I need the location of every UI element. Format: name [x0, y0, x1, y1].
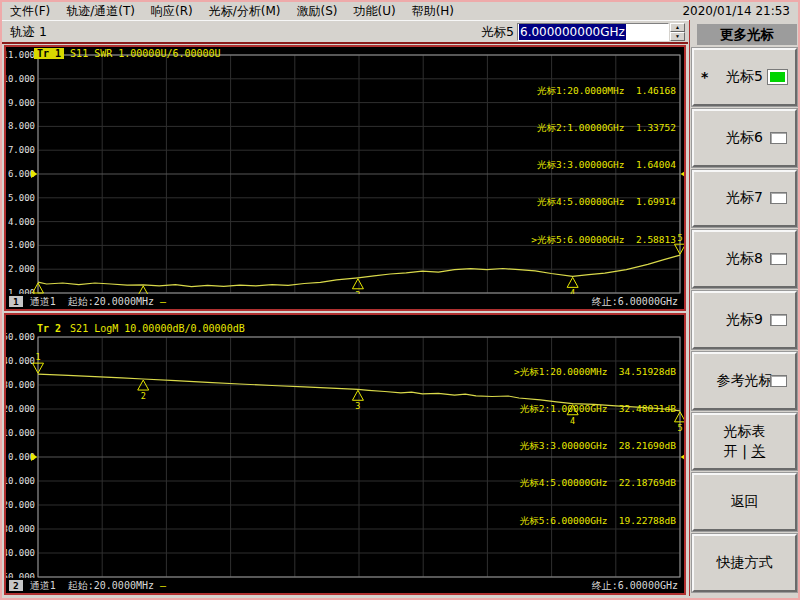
menu-utility[interactable]: 功能(U) [345, 2, 403, 21]
marker7-led-icon [770, 192, 787, 204]
menu-file[interactable]: 文件(F) [2, 2, 58, 21]
softkey-marker8[interactable]: 光标8 [692, 230, 797, 288]
svg-text:6.000: 6.000 [8, 169, 35, 179]
trace1-badge[interactable]: Tr 1 [34, 48, 64, 59]
channel1-badge: 1 [9, 296, 23, 307]
softkey-return[interactable]: 返回 [692, 473, 797, 531]
marker5-led-icon [768, 70, 787, 84]
svg-text:5: 5 [677, 233, 682, 243]
menu-stimulus[interactable]: 激励(S) [288, 2, 345, 21]
svg-text:2: 2 [141, 391, 146, 401]
active-trace-label: 轨迹 1 [10, 24, 47, 41]
s11-marker-readout: 光标1:20.0000MHz 1.46168 光标2:1.00000GHz 1.… [531, 60, 676, 271]
marker-entry-group: 光标5 6.000000000GHz ▲ ▼ [481, 22, 685, 42]
svg-text:2.000: 2.000 [8, 264, 35, 274]
readout-row: 光标3:3.00000GHz 1.64004 [531, 159, 676, 171]
softkey-label: 光标9 [726, 311, 763, 329]
svg-text:10.000: 10.000 [6, 428, 35, 438]
marker-frequency-value: 6.000000000GHz [519, 24, 626, 40]
toolbar: 轨迹 1 光标5 6.000000000GHz ▲ ▼ [2, 21, 688, 44]
marker-frequency-input[interactable]: 6.000000000GHz [517, 23, 669, 41]
softkey-list: * 光标5 光标6 光标7 光标8 光标9 参考光标 光标表 开 | 关 [692, 48, 797, 592]
marker-entry-label: 光标5 [481, 24, 514, 41]
channel2-badge: 2 [9, 580, 23, 591]
s21-status-bar: 2 通道1 起始:20.0000MHz — 终止:6.00000GHz [6, 578, 684, 593]
s21-chart-header: Tr 2 S21 LogM 10.00000dB/0.00000dB [34, 323, 245, 334]
reference-marker-led-icon [770, 375, 787, 387]
softkey-marker9[interactable]: 光标9 [692, 291, 797, 349]
marker8-led-icon [770, 253, 787, 265]
svg-text:10.000: 10.000 [6, 74, 35, 84]
svg-text:30.000: 30.000 [6, 380, 35, 390]
svg-text:4.000: 4.000 [8, 217, 35, 227]
channel1-name: 通道1 [30, 295, 56, 309]
marker6-led-icon [770, 132, 787, 144]
svg-text:-10.000: -10.000 [6, 476, 35, 486]
softkey-marker-table-toggle[interactable]: 光标表 开 | 关 [692, 413, 797, 471]
softkey-label: 光标8 [726, 250, 763, 268]
menu-marker-analysis[interactable]: 光标/分析(M) [201, 2, 289, 21]
readout-row: 光标5:6.00000GHz 19.22788dB [514, 515, 676, 527]
s21-logm-chart-panel: Tr 2 S21 LogM 10.00000dB/0.00000dB >光标1:… [4, 313, 686, 595]
softkey-label: 光标6 [726, 129, 763, 147]
svg-text:3.000: 3.000 [8, 240, 35, 250]
readout-row: 光标3:3.00000GHz 28.21690dB [514, 440, 676, 452]
frequency-spinner: ▲ ▼ [670, 23, 685, 41]
clock: 2020/01/14 21:53 [682, 4, 798, 18]
softkey-reference-marker[interactable]: 参考光标 [692, 352, 797, 410]
trace2-badge[interactable]: Tr 2 [34, 323, 64, 334]
readout-row: >光标1:20.0000MHz 34.51928dB [514, 366, 676, 378]
svg-text:5.000: 5.000 [8, 193, 35, 203]
svg-text:3: 3 [355, 401, 360, 411]
svg-text:50.000: 50.000 [6, 332, 35, 342]
readout-row: >光标5:6.00000GHz 2.58813 [531, 234, 676, 246]
svg-text:0.000: 0.000 [8, 452, 35, 462]
s21-config-text: S21 LogM 10.00000dB/0.00000dB [70, 323, 245, 334]
start-frequency: 起始:20.0000MHz [68, 579, 154, 593]
svg-text:9.000: 9.000 [8, 98, 35, 108]
svg-text:8.000: 8.000 [8, 121, 35, 131]
svg-text:20.000: 20.000 [6, 404, 35, 414]
softkey-label: 参考光标 [717, 372, 773, 390]
s21-marker-readout: >光标1:20.0000MHz 34.51928dB 光标2:1.00000GH… [514, 341, 676, 552]
menu-response[interactable]: 响应(R) [143, 2, 201, 21]
readout-row: 光标4:5.00000GHz 1.69914 [531, 196, 676, 208]
softkey-label: 光标表 [724, 423, 766, 441]
svg-text:40.000: 40.000 [6, 356, 35, 366]
svg-text:-40.000: -40.000 [6, 548, 35, 558]
softkey-marker5[interactable]: * 光标5 [692, 48, 797, 106]
svg-text:7.000: 7.000 [8, 145, 35, 155]
s11-chart-header: Tr 1 S11 SWR 1.00000U/6.00000U [34, 48, 221, 59]
svg-text:-30.000: -30.000 [6, 524, 35, 534]
svg-text:1: 1 [35, 352, 40, 362]
readout-row: 光标4:5.00000GHz 22.18769dB [514, 477, 676, 489]
s11-status-bar: 1 通道1 起始:20.0000MHz — 终止:6.00000GHz [6, 294, 684, 309]
sweep-indicator: — [160, 580, 166, 591]
menu-trace-channel[interactable]: 轨迹/通道(T) [58, 2, 143, 21]
marker9-led-icon [770, 314, 787, 326]
sidebar-title: 更多光标 [697, 24, 797, 45]
softkey-marker6[interactable]: 光标6 [692, 109, 797, 167]
toggle-state-label: 开 | 关 [724, 443, 766, 461]
stop-frequency: 终止:6.00000GHz [592, 295, 678, 309]
spinner-down-button[interactable]: ▼ [670, 32, 685, 41]
svg-text:5: 5 [677, 423, 682, 433]
readout-row: 光标1:20.0000MHz 1.46168 [531, 85, 676, 97]
svg-text:11.000: 11.000 [6, 50, 35, 60]
s11-swr-chart-panel: Tr 1 S11 SWR 1.00000U/6.00000U 光标1:20.00… [4, 45, 686, 311]
readout-row: 光标2:1.00000GHz 1.33752 [531, 122, 676, 134]
start-frequency: 起始:20.0000MHz [68, 295, 154, 309]
stop-frequency: 终止:6.00000GHz [592, 579, 678, 593]
channel2-name: 通道1 [30, 579, 56, 593]
spinner-up-button[interactable]: ▲ [670, 23, 685, 32]
softkey-label: 光标7 [726, 189, 763, 207]
softkey-label: 光标5 [726, 68, 763, 86]
menu-help[interactable]: 帮助(H) [404, 2, 462, 21]
menu-bar: 文件(F) 轨迹/通道(T) 响应(R) 光标/分析(M) 激励(S) 功能(U… [2, 2, 798, 21]
softkey-shortcut[interactable]: 快捷方式 [692, 534, 797, 592]
sweep-indicator: — [160, 296, 166, 307]
s11-config-text: S11 SWR 1.00000U/6.00000U [70, 48, 221, 59]
active-marker-star: * [701, 69, 708, 85]
readout-row: 光标2:1.00000GHz 32.48031dB [514, 403, 676, 415]
softkey-marker7[interactable]: 光标7 [692, 170, 797, 228]
